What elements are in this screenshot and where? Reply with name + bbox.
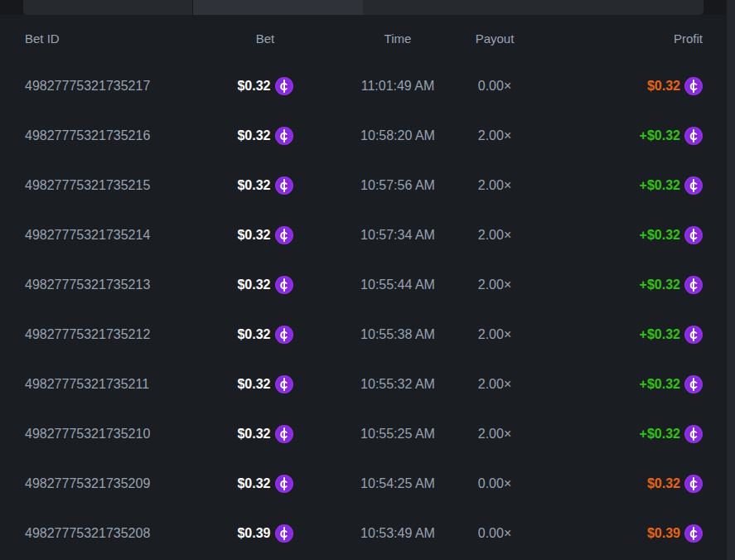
column-header-time: Time bbox=[329, 31, 467, 46]
bet-amount: $0.32 bbox=[237, 228, 270, 243]
column-header-bet-id: Bet ID bbox=[25, 31, 201, 46]
cedi-coin-icon: C bbox=[684, 475, 703, 493]
bet-history-panel: Bet ID Bet Time Payout Profit 4982777532… bbox=[0, 0, 735, 560]
bet-id-cell: 49827775321735214 bbox=[25, 228, 201, 243]
bet-row[interactable]: 49827775321735213 $0.32 C 10:55:44 AM 2.… bbox=[0, 260, 735, 310]
bet-time-cell: 10:55:25 AM bbox=[329, 427, 467, 442]
cedi-coin-icon: C bbox=[275, 375, 293, 393]
coin-bar bbox=[283, 80, 285, 93]
bet-amount: $0.32 bbox=[237, 178, 270, 193]
bet-amount: $0.32 bbox=[237, 79, 270, 94]
coin-bar bbox=[283, 378, 285, 391]
bet-id-cell: 49827775321735216 bbox=[25, 128, 201, 143]
bet-amount: $0.32 bbox=[237, 377, 270, 392]
profit-cell: +$0.32 C bbox=[523, 326, 703, 344]
bet-row[interactable]: 49827775321735215 $0.32 C 10:57:56 AM 2.… bbox=[0, 161, 735, 210]
payout-cell: 2.00× bbox=[467, 278, 523, 292]
coin-bar bbox=[283, 229, 285, 242]
cedi-coin-icon: C bbox=[275, 425, 293, 443]
cedi-coin-icon: C bbox=[275, 127, 293, 145]
tab-bar bbox=[0, 0, 735, 15]
bet-amount-cell: $0.32 C bbox=[201, 326, 329, 344]
bet-id-cell: 49827775321735209 bbox=[25, 476, 201, 491]
bet-id-cell: 49827775321735215 bbox=[25, 178, 201, 193]
profit-amount: +$0.32 bbox=[640, 228, 680, 243]
tab-segment-active[interactable] bbox=[193, 0, 363, 15]
bet-row[interactable]: 49827775321735212 $0.32 C 10:55:38 AM 2.… bbox=[0, 310, 735, 360]
bet-time-cell: 10:57:34 AM bbox=[329, 228, 467, 243]
panel-right-edge bbox=[727, 0, 735, 560]
profit-cell: $0.39 C bbox=[523, 524, 703, 543]
cedi-coin-icon: C bbox=[275, 77, 293, 95]
bet-time-cell: 10:58:20 AM bbox=[329, 128, 467, 143]
tab-segment-right[interactable] bbox=[363, 0, 704, 15]
bet-row[interactable]: 49827775321735214 $0.32 C 10:57:34 AM 2.… bbox=[0, 210, 735, 260]
bet-amount: $0.32 bbox=[237, 278, 270, 292]
bet-row[interactable]: 49827775321735209 $0.32 C 10:54:25 AM 0.… bbox=[0, 459, 735, 509]
profit-cell: +$0.32 C bbox=[523, 375, 703, 393]
tab-segment-left[interactable] bbox=[23, 0, 192, 15]
profit-cell: +$0.32 C bbox=[523, 226, 703, 244]
coin-bar bbox=[693, 378, 694, 391]
bet-time-cell: 10:54:25 AM bbox=[329, 476, 467, 491]
coin-bar bbox=[283, 179, 285, 192]
profit-amount: +$0.32 bbox=[640, 427, 680, 442]
coin-bar bbox=[693, 328, 694, 341]
bet-row[interactable]: 49827775321735211 $0.32 C 10:55:32 AM 2.… bbox=[0, 360, 735, 409]
coin-bar bbox=[693, 179, 694, 192]
payout-cell: 2.00× bbox=[467, 427, 523, 442]
cedi-coin-icon: C bbox=[275, 226, 293, 244]
payout-cell: 2.00× bbox=[467, 128, 523, 143]
bet-amount: $0.32 bbox=[237, 128, 270, 143]
bet-time-cell: 11:01:49 AM bbox=[329, 79, 467, 94]
bet-amount: $0.32 bbox=[237, 327, 270, 342]
coin-bar bbox=[283, 328, 285, 341]
profit-amount: +$0.32 bbox=[640, 377, 680, 392]
bet-time-cell: 10:53:49 AM bbox=[329, 526, 467, 541]
bet-row[interactable]: 49827775321735216 $0.32 C 10:58:20 AM 2.… bbox=[0, 111, 735, 161]
cedi-coin-icon: C bbox=[684, 176, 703, 195]
coin-bar bbox=[283, 278, 285, 292]
cedi-coin-icon: C bbox=[684, 326, 703, 344]
bet-row[interactable]: 49827775321735210 $0.32 C 10:55:25 AM 2.… bbox=[0, 409, 735, 459]
bet-amount-cell: $0.39 C bbox=[201, 524, 329, 543]
payout-cell: 2.00× bbox=[467, 178, 523, 193]
bet-amount-cell: $0.32 C bbox=[201, 425, 329, 443]
bet-time-cell: 10:55:44 AM bbox=[329, 278, 467, 292]
coin-bar bbox=[283, 129, 285, 142]
profit-cell: +$0.32 C bbox=[523, 176, 703, 195]
bet-amount-cell: $0.32 C bbox=[201, 475, 329, 493]
column-header-bet: Bet bbox=[201, 31, 329, 46]
bet-amount: $0.39 bbox=[237, 526, 270, 541]
bet-table-body: 49827775321735217 $0.32 C 11:01:49 AM 0.… bbox=[0, 61, 735, 558]
bet-amount-cell: $0.32 C bbox=[201, 375, 329, 393]
column-header-payout: Payout bbox=[467, 31, 523, 46]
coin-bar bbox=[693, 278, 694, 292]
cedi-coin-icon: C bbox=[684, 226, 703, 244]
coin-bar bbox=[693, 129, 694, 142]
bet-amount: $0.32 bbox=[237, 476, 270, 491]
profit-amount: +$0.32 bbox=[640, 327, 680, 342]
bet-row[interactable]: 49827775321735217 $0.32 C 11:01:49 AM 0.… bbox=[0, 61, 735, 111]
cedi-coin-icon: C bbox=[684, 425, 703, 443]
bet-id-cell: 49827775321735210 bbox=[25, 427, 201, 442]
coin-bar bbox=[693, 477, 694, 490]
profit-amount: +$0.32 bbox=[640, 178, 680, 193]
cedi-coin-icon: C bbox=[275, 475, 293, 493]
bet-time-cell: 10:57:56 AM bbox=[329, 178, 467, 193]
profit-amount: $0.32 bbox=[647, 79, 680, 94]
cedi-coin-icon: C bbox=[275, 524, 293, 543]
cedi-coin-icon: C bbox=[684, 127, 703, 145]
payout-cell: 2.00× bbox=[467, 377, 523, 392]
bet-id-cell: 49827775321735212 bbox=[25, 327, 201, 342]
payout-cell: 2.00× bbox=[467, 228, 523, 243]
payout-cell: 2.00× bbox=[467, 327, 523, 342]
bet-amount-cell: $0.32 C bbox=[201, 226, 329, 244]
cedi-coin-icon: C bbox=[684, 276, 703, 294]
cedi-coin-icon: C bbox=[684, 375, 703, 393]
bet-amount-cell: $0.32 C bbox=[201, 127, 329, 145]
bet-id-cell: 49827775321735217 bbox=[25, 79, 201, 94]
bet-row[interactable]: 49827775321735208 $0.39 C 10:53:49 AM 0.… bbox=[0, 509, 735, 558]
bet-id-cell: 49827775321735211 bbox=[25, 377, 201, 392]
cedi-coin-icon: C bbox=[684, 524, 703, 543]
